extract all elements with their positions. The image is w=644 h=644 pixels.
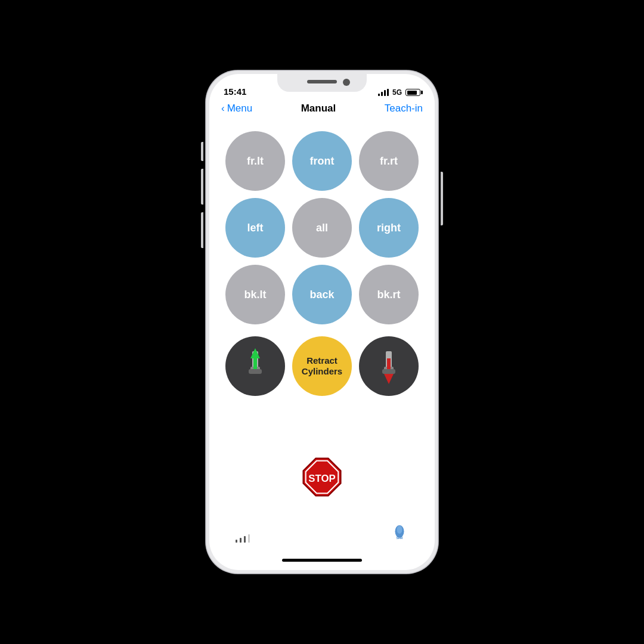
bk-lt-button[interactable]: bk.lt — [225, 265, 285, 324]
retract-label-line1: Retract — [306, 355, 338, 366]
battery-icon — [405, 89, 420, 96]
retract-cylinders-button[interactable]: Retract Cylinders — [292, 336, 352, 396]
status-icons: 5G — [378, 88, 420, 97]
svg-marker-3 — [250, 348, 260, 358]
svg-point-14 — [397, 526, 402, 534]
home-indicator[interactable] — [209, 550, 435, 570]
svg-rect-7 — [382, 369, 395, 374]
stop-button[interactable]: STOP — [301, 456, 343, 500]
status-time: 15:41 — [224, 86, 246, 97]
direction-grid: fr.lt front fr.rt left all right bk.lt b… — [225, 131, 419, 324]
svg-text:STOP: STOP — [308, 473, 335, 484]
mute-button[interactable] — [201, 142, 203, 161]
all-button[interactable]: all — [292, 198, 352, 258]
retract-label-line2: Cylinders — [302, 366, 342, 377]
back-button[interactable]: ‹ Menu — [221, 103, 252, 114]
svg-rect-8 — [387, 358, 391, 369]
right-button[interactable]: right — [359, 198, 419, 258]
power-button[interactable] — [441, 172, 443, 225]
front-button[interactable]: front — [292, 131, 352, 191]
phone-frame: 15:41 5G ‹ Menu Manual Teach- — [206, 70, 438, 574]
speaker — [307, 80, 337, 83]
stop-sign-icon: STOP — [301, 456, 343, 498]
bottom-signal — [236, 534, 250, 543]
left-button[interactable]: left — [225, 198, 285, 258]
lower-button[interactable] — [359, 336, 419, 396]
notch — [277, 74, 367, 92]
volume-down-button[interactable] — [201, 212, 203, 248]
fr-rt-button[interactable]: fr.rt — [359, 131, 419, 191]
back-button-dir[interactable]: back — [292, 265, 352, 324]
shr-logo: SHR — [391, 525, 408, 543]
bk-rt-button[interactable]: bk.rt — [359, 265, 419, 324]
page-title: Manual — [301, 103, 336, 114]
lower-icon — [371, 345, 407, 387]
signal-icon — [378, 89, 389, 96]
home-bar — [282, 559, 362, 562]
camera — [343, 79, 350, 86]
chevron-left-icon: ‹ — [221, 103, 225, 114]
phone-screen: 15:41 5G ‹ Menu Manual Teach- — [209, 74, 435, 570]
back-label: Menu — [227, 103, 253, 114]
network-type: 5G — [392, 88, 402, 97]
extend-icon — [237, 345, 273, 387]
nav-bar: ‹ Menu Manual Teach-in — [209, 100, 435, 122]
main-content: fr.lt front fr.rt left all right bk.lt b… — [209, 122, 435, 550]
bottom-area: STOP SHR — [221, 405, 423, 550]
signal-bars-bottom — [236, 534, 250, 543]
extend-button[interactable] — [225, 336, 285, 396]
svg-marker-9 — [384, 374, 394, 384]
svg-text:SHR: SHR — [396, 536, 402, 540]
teach-in-button[interactable]: Teach-in — [385, 103, 423, 114]
svg-rect-4 — [253, 358, 257, 369]
battery-fill — [407, 91, 417, 95]
action-row: Retract Cylinders — [225, 336, 419, 396]
volume-up-button[interactable] — [201, 169, 203, 205]
svg-rect-2 — [249, 369, 262, 374]
fr-lt-button[interactable]: fr.lt — [225, 131, 285, 191]
